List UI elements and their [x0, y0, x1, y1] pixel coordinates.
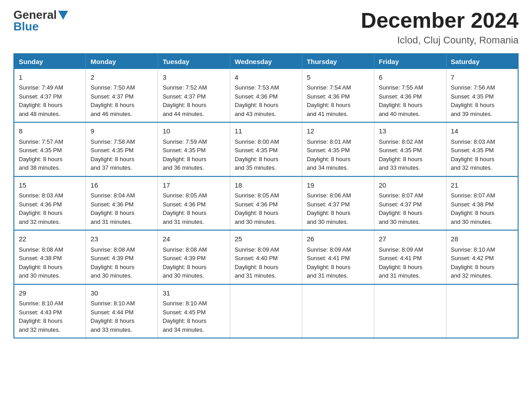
- day-cell: [446, 284, 518, 338]
- day-sunset: Sunset: 4:43 PM: [19, 309, 62, 316]
- day-daylight: Daylight: 8 hours: [163, 317, 206, 324]
- day-daylight: Daylight: 8 hours: [90, 156, 134, 163]
- day-sunrise: Sunrise: 8:05 AM: [235, 192, 279, 199]
- day-sunset: Sunset: 4:35 PM: [307, 147, 350, 154]
- day-daylight-minutes: and 43 minutes.: [235, 111, 276, 117]
- day-number: 11: [235, 126, 297, 137]
- day-daylight-minutes: and 38 minutes.: [19, 164, 60, 171]
- day-sunrise: Sunrise: 7:58 AM: [90, 138, 135, 145]
- day-sunset: Sunset: 4:35 PM: [379, 147, 422, 154]
- header-cell-saturday: Saturday: [446, 54, 518, 69]
- day-daylight: Daylight: 8 hours: [19, 317, 63, 324]
- day-sunrise: Sunrise: 8:08 AM: [19, 246, 63, 253]
- day-daylight: Daylight: 8 hours: [163, 264, 206, 270]
- day-number: 20: [379, 180, 442, 191]
- day-daylight: Daylight: 8 hours: [379, 156, 423, 163]
- day-sunset: Sunset: 4:39 PM: [163, 255, 206, 261]
- day-sunrise: Sunrise: 7:56 AM: [451, 84, 495, 91]
- day-sunrise: Sunrise: 8:09 AM: [307, 246, 351, 253]
- day-sunset: Sunset: 4:45 PM: [163, 309, 206, 316]
- day-number: 29: [19, 288, 81, 299]
- header-cell-monday: Monday: [86, 54, 158, 69]
- day-daylight-minutes: and 34 minutes.: [307, 164, 348, 171]
- day-sunrise: Sunrise: 7:55 AM: [379, 84, 423, 91]
- day-daylight-minutes: and 35 minutes.: [235, 164, 276, 171]
- day-daylight-minutes: and 31 minutes.: [379, 272, 420, 279]
- week-row-4: 22Sunrise: 8:08 AMSunset: 4:38 PMDayligh…: [14, 230, 518, 284]
- day-cell: 21Sunrise: 8:07 AMSunset: 4:38 PMDayligh…: [446, 176, 518, 231]
- day-sunset: Sunset: 4:39 PM: [90, 255, 133, 261]
- logo-general-text: General: [13, 9, 57, 21]
- day-number: 3: [163, 73, 225, 83]
- logo: General Blue: [13, 9, 68, 32]
- day-daylight: Daylight: 8 hours: [307, 264, 351, 270]
- day-daylight-minutes: and 39 minutes.: [451, 111, 493, 117]
- day-number: 1: [19, 73, 81, 83]
- calendar-body: 1Sunrise: 7:49 AMSunset: 4:37 PMDaylight…: [14, 69, 518, 338]
- day-daylight-minutes: and 34 minutes.: [163, 326, 204, 333]
- day-cell: 7Sunrise: 7:56 AMSunset: 4:35 PMDaylight…: [446, 69, 518, 123]
- day-sunset: Sunset: 4:37 PM: [379, 201, 422, 208]
- day-number: 8: [19, 126, 81, 137]
- day-sunrise: Sunrise: 7:53 AM: [235, 84, 279, 91]
- day-sunrise: Sunrise: 8:05 AM: [163, 192, 207, 199]
- day-sunset: Sunset: 4:36 PM: [19, 201, 62, 208]
- day-daylight: Daylight: 8 hours: [235, 210, 279, 216]
- day-daylight: Daylight: 8 hours: [90, 210, 134, 216]
- day-sunrise: Sunrise: 7:57 AM: [19, 138, 63, 145]
- day-sunrise: Sunrise: 8:10 AM: [90, 300, 135, 307]
- day-cell: 28Sunrise: 8:10 AMSunset: 4:42 PMDayligh…: [446, 230, 518, 284]
- day-daylight-minutes: and 44 minutes.: [163, 111, 204, 117]
- day-daylight-minutes: and 32 minutes.: [451, 164, 493, 171]
- day-daylight-minutes: and 31 minutes.: [163, 218, 204, 225]
- day-sunset: Sunset: 4:38 PM: [19, 255, 62, 261]
- day-sunset: Sunset: 4:37 PM: [90, 93, 133, 100]
- day-cell: 10Sunrise: 7:59 AMSunset: 4:35 PMDayligh…: [158, 122, 230, 176]
- day-sunset: Sunset: 4:36 PM: [90, 201, 133, 208]
- day-daylight: Daylight: 8 hours: [307, 210, 351, 216]
- day-number: 24: [163, 234, 225, 244]
- day-daylight-minutes: and 30 minutes.: [163, 272, 204, 279]
- day-daylight: Daylight: 8 hours: [19, 102, 63, 108]
- header-row: SundayMondayTuesdayWednesdayThursdayFrid…: [14, 54, 518, 69]
- day-sunrise: Sunrise: 8:03 AM: [19, 192, 63, 199]
- day-number: 13: [379, 126, 442, 137]
- day-sunrise: Sunrise: 8:01 AM: [307, 138, 351, 145]
- day-daylight-minutes: and 32 minutes.: [451, 272, 493, 279]
- day-daylight-minutes: and 33 minutes.: [90, 326, 132, 333]
- day-sunset: Sunset: 4:37 PM: [307, 201, 350, 208]
- day-daylight: Daylight: 8 hours: [235, 102, 279, 108]
- day-sunrise: Sunrise: 8:03 AM: [451, 138, 495, 145]
- day-sunset: Sunset: 4:41 PM: [307, 255, 350, 261]
- day-sunrise: Sunrise: 8:08 AM: [90, 246, 135, 253]
- day-daylight-minutes: and 32 minutes.: [19, 326, 60, 333]
- day-daylight: Daylight: 8 hours: [163, 210, 206, 216]
- calendar-header: SundayMondayTuesdayWednesdayThursdayFrid…: [14, 54, 518, 69]
- day-number: 4: [235, 73, 297, 83]
- day-daylight: Daylight: 8 hours: [19, 264, 63, 270]
- page-header: General Blue December 2024 Iclod, Cluj C…: [13, 9, 519, 46]
- day-sunrise: Sunrise: 8:02 AM: [379, 138, 423, 145]
- day-cell: 13Sunrise: 8:02 AMSunset: 4:35 PMDayligh…: [374, 122, 446, 176]
- day-cell: 2Sunrise: 7:50 AMSunset: 4:37 PMDaylight…: [86, 69, 158, 123]
- day-daylight: Daylight: 8 hours: [451, 264, 495, 270]
- day-daylight: Daylight: 8 hours: [451, 102, 495, 108]
- day-number: 18: [235, 180, 297, 191]
- day-sunset: Sunset: 4:36 PM: [235, 201, 278, 208]
- day-sunset: Sunset: 4:36 PM: [307, 93, 350, 100]
- day-daylight-minutes: and 30 minutes.: [379, 218, 420, 225]
- day-daylight-minutes: and 48 minutes.: [19, 111, 60, 117]
- day-sunrise: Sunrise: 8:10 AM: [19, 300, 63, 307]
- day-daylight-minutes: and 32 minutes.: [19, 218, 60, 225]
- day-cell: 15Sunrise: 8:03 AMSunset: 4:36 PMDayligh…: [14, 176, 86, 231]
- day-cell: 30Sunrise: 8:10 AMSunset: 4:44 PMDayligh…: [86, 284, 158, 338]
- day-number: 10: [163, 126, 225, 137]
- day-daylight: Daylight: 8 hours: [451, 210, 495, 216]
- week-row-2: 8Sunrise: 7:57 AMSunset: 4:35 PMDaylight…: [14, 122, 518, 176]
- day-cell: 5Sunrise: 7:54 AMSunset: 4:36 PMDaylight…: [302, 69, 374, 123]
- day-number: 16: [90, 180, 153, 191]
- day-cell: [230, 284, 302, 338]
- logo-triangle-icon: [58, 11, 68, 20]
- day-daylight-minutes: and 30 minutes.: [90, 272, 132, 279]
- day-sunset: Sunset: 4:37 PM: [163, 93, 206, 100]
